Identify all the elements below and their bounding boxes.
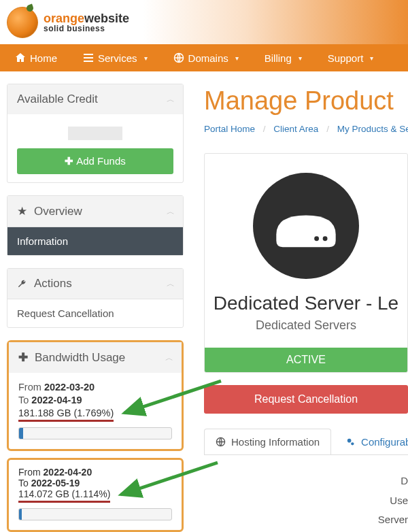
- overview-head[interactable]: ★ Overview ︿: [7, 196, 183, 227]
- main-content: Manage Product Portal Home / Client Area…: [204, 84, 408, 532]
- bandwidth-usage-panel-1: ✚ Bandwidth Usage ︿ From 2022-03-20 To 2…: [7, 340, 184, 451]
- brand-text: orangewebsite solid business: [44, 12, 129, 33]
- add-funds-button[interactable]: ✚Add Funds: [17, 148, 173, 174]
- request-cancellation-button[interactable]: Request Cancellation: [204, 385, 408, 414]
- nav-domains-label: Domains: [188, 52, 228, 64]
- nav-support-label: Support: [328, 52, 364, 64]
- detail-line: Server: [204, 510, 408, 530]
- chevron-down-icon: ▾: [370, 54, 373, 62]
- bandwidth-to-date: 2022-04-19: [31, 395, 82, 405]
- brand-logo[interactable]: orangewebsite solid business: [7, 7, 129, 38]
- chevron-up-icon: ︿: [167, 278, 175, 290]
- crumb-portal-home[interactable]: Portal Home: [204, 124, 255, 134]
- wrench-icon: [17, 279, 27, 289]
- bandwidth-head[interactable]: ✚ Bandwidth Usage ︿: [9, 342, 182, 373]
- bandwidth-usage-value: 181.188 GB (1.769%): [18, 408, 114, 422]
- tabs: Hosting Information Configurab: [204, 429, 408, 455]
- bandwidth-progress-bar: [18, 427, 172, 439]
- svg-point-11: [351, 442, 354, 445]
- svg-point-10: [347, 439, 352, 443]
- nav-services-label: Services: [98, 52, 137, 64]
- detail-line: IP A: [204, 530, 408, 533]
- svg-rect-0: [84, 54, 93, 55]
- status-badge: ACTIVE: [205, 348, 407, 372]
- detail-line: Use: [204, 491, 408, 511]
- actions-head[interactable]: Actions ︿: [7, 269, 183, 299]
- tab-label: Configurab: [361, 436, 408, 448]
- actions-panel: Actions ︿ Request Cancellation: [7, 268, 184, 328]
- nav-billing[interactable]: Billing ▾: [255, 44, 311, 71]
- bandwidth-usage-panel-2: From 2022-04-20 To 2022-05-19 114.072 GB…: [7, 458, 184, 532]
- bandwidth-usage-value: 114.072 GB (1.114%): [18, 488, 110, 503]
- product-card: Dedicated Server - Le Dedicated Servers …: [204, 153, 408, 373]
- svg-rect-1: [84, 57, 93, 59]
- top-header: orangewebsite solid business: [0, 0, 408, 44]
- home-icon: [15, 52, 26, 63]
- bandwidth-title: Bandwidth Usage: [35, 351, 125, 365]
- sidebar: Available Credit ︿ ✚Add Funds ★ Overview…: [7, 84, 184, 532]
- request-cancellation-label: Request Cancellation: [254, 393, 358, 405]
- hosting-details: D Use Server IP A: [204, 471, 408, 532]
- crumb-products[interactable]: My Products & Services: [337, 124, 408, 134]
- to-label: To: [18, 395, 29, 405]
- sidebar-item-information[interactable]: Information: [7, 227, 183, 255]
- tab-label: Hosting Information: [231, 436, 320, 448]
- svg-point-8: [323, 236, 328, 241]
- available-credit-title: Available Credit: [17, 93, 98, 106]
- chevron-up-icon: ︿: [167, 94, 175, 105]
- bandwidth-from-date: 2022-04-20: [44, 467, 92, 478]
- chevron-down-icon: ▾: [235, 54, 239, 62]
- bandwidth-from-date: 2022-03-20: [44, 382, 95, 393]
- nav-billing-label: Billing: [265, 52, 292, 64]
- list-icon: [83, 52, 94, 63]
- detail-line: D: [204, 471, 408, 491]
- overview-panel: ★ Overview ︿ Information: [7, 195, 184, 256]
- nav-home-label: Home: [30, 52, 57, 64]
- to-label: To: [18, 478, 29, 488]
- orange-icon: [7, 7, 38, 38]
- plus-icon: ✚: [65, 155, 73, 167]
- credit-amount-placeholder: [68, 127, 122, 140]
- nav-support[interactable]: Support ▾: [318, 44, 384, 71]
- nav-domains[interactable]: Domains ▾: [164, 44, 248, 71]
- available-credit-head[interactable]: Available Credit ︿: [7, 84, 183, 114]
- sidebar-item-label: Information: [17, 235, 68, 247]
- globe-icon: [216, 437, 226, 447]
- page-title: Manage Product: [204, 86, 408, 116]
- globe-icon: [173, 52, 184, 63]
- product-category: Dedicated Servers: [205, 318, 407, 333]
- nav-home[interactable]: Home: [5, 44, 67, 71]
- svg-point-7: [314, 236, 319, 241]
- tab-hosting-information[interactable]: Hosting Information: [204, 429, 331, 454]
- main-nav: Home Services ▾ Domains ▾ Billing ▾ Supp…: [0, 44, 408, 71]
- from-label: From: [18, 467, 41, 478]
- chevron-down-icon: ▾: [299, 54, 302, 62]
- crumb-client-area[interactable]: Client Area: [273, 124, 318, 134]
- plus-icon: ✚: [18, 350, 28, 365]
- sidebar-item-request-cancellation[interactable]: Request Cancellation: [7, 299, 183, 327]
- nav-services[interactable]: Services ▾: [73, 44, 157, 71]
- chevron-down-icon: ▾: [144, 54, 148, 62]
- product-name: Dedicated Server - Le: [205, 293, 407, 314]
- bandwidth-progress-bar: [18, 508, 172, 520]
- star-icon: ★: [17, 204, 27, 218]
- from-label: From: [18, 382, 41, 393]
- breadcrumb: Portal Home / Client Area / My Products …: [204, 124, 408, 134]
- chevron-up-icon: ︿: [167, 205, 175, 217]
- add-funds-label: Add Funds: [76, 155, 126, 167]
- cogs-icon: [345, 437, 356, 447]
- overview-title: Overview: [34, 205, 82, 218]
- svg-rect-2: [84, 61, 93, 62]
- bandwidth-to-date: 2022-05-19: [31, 478, 80, 488]
- chevron-up-icon: ︿: [165, 352, 173, 363]
- tab-configurable[interactable]: Configurab: [334, 429, 408, 454]
- server-disk-icon: [253, 173, 359, 279]
- sidebar-item-label: Request Cancellation: [17, 307, 114, 319]
- actions-title: Actions: [34, 277, 72, 290]
- available-credit-panel: Available Credit ︿ ✚Add Funds: [7, 84, 184, 183]
